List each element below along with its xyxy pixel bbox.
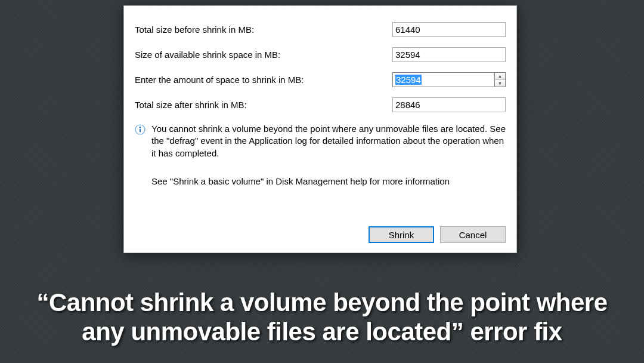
spinner-down-button[interactable]: ▼ <box>495 80 505 87</box>
spinner-buttons: ▲ ▼ <box>495 72 506 87</box>
label-available: Size of available shrink space in MB: <box>135 50 392 60</box>
row-total-after: Total size after shrink in MB: 28846 <box>135 92 506 117</box>
value-total-before: 61440 <box>392 22 506 37</box>
amount-input[interactable]: 32594 <box>392 72 495 87</box>
info-subtext: See "Shrink a basic volume" in Disk Mana… <box>124 159 516 186</box>
caption-line-1: “Cannot shrink a volume beyond the point… <box>0 288 644 317</box>
value-total-after: 28846 <box>392 97 506 112</box>
row-available: Size of available shrink space in MB: 32… <box>135 42 506 67</box>
info-text: You cannot shrink a volume beyond the po… <box>151 123 506 159</box>
label-total-after: Total size after shrink in MB: <box>135 100 392 110</box>
label-total-before: Total size before shrink in MB: <box>135 24 392 35</box>
cancel-button[interactable]: Cancel <box>440 226 506 243</box>
info-icon <box>135 124 145 135</box>
button-bar: Shrink Cancel <box>369 226 506 243</box>
caption-overlay: “Cannot shrink a volume beyond the point… <box>0 288 644 346</box>
svg-point-1 <box>140 127 141 128</box>
amount-spinner[interactable]: 32594 ▲ ▼ <box>392 72 506 87</box>
info-section: You cannot shrink a volume beyond the po… <box>124 117 516 159</box>
label-amount: Enter the amount of space to shrink in M… <box>135 75 392 85</box>
spinner-up-button[interactable]: ▲ <box>495 73 505 80</box>
chevron-down-icon: ▼ <box>498 81 502 85</box>
shrink-button[interactable]: Shrink <box>369 226 434 243</box>
chevron-up-icon: ▲ <box>498 74 502 78</box>
svg-rect-2 <box>140 129 141 133</box>
shrink-volume-dialog: Total size before shrink in MB: 61440 Si… <box>123 5 517 253</box>
form-area: Total size before shrink in MB: 61440 Si… <box>124 6 516 117</box>
row-amount: Enter the amount of space to shrink in M… <box>135 67 506 92</box>
value-available: 32594 <box>392 47 506 62</box>
caption-line-2: any unmovable files are located” error f… <box>0 318 644 346</box>
row-total-before: Total size before shrink in MB: 61440 <box>135 17 506 42</box>
amount-value-selected: 32594 <box>395 75 422 85</box>
